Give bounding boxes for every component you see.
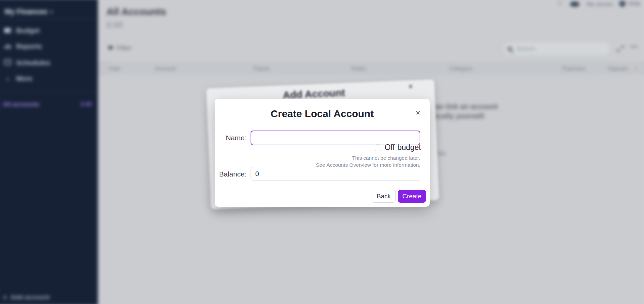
close-icon[interactable]: × [408,82,413,92]
offbudget-note: This cannot be changed later. SeeAccount… [316,154,420,168]
modal-title: Create Local Account [215,108,430,119]
offbudget-label: Off-budget [385,143,421,152]
create-local-account-modal: Create Local Account × Name: Off-budget … [215,99,430,207]
note-line1: This cannot be changed later. [352,155,420,161]
create-button[interactable]: Create [398,190,426,203]
offbudget-checkbox[interactable] [375,144,381,151]
offbudget-row: Off-budget [375,143,421,152]
close-icon[interactable]: × [416,109,420,117]
balance-field[interactable] [251,167,420,181]
name-label: Name: [215,134,247,142]
back-button[interactable]: Back [372,190,396,203]
app-window: My Finances ▾ Budget Reports Schedules [0,0,644,304]
balance-label: Balance: [215,170,247,178]
